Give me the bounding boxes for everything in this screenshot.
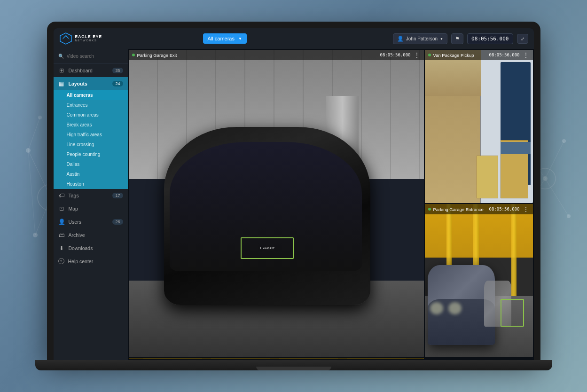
camera-feed-parking-exit[interactable]: B 4U0312T Parking Garage Exit 08:05:56.0…: [129, 50, 424, 357]
chevron-down-icon: ▼: [238, 37, 242, 41]
camera-feed-garage-entrance[interactable]: Parking Garage Entrance 08:05:56.000 ⋮: [425, 204, 533, 357]
screen: EAGLE EYE NETWORKS All cameras ▼: [54, 28, 534, 360]
search-icon: 🔍: [58, 54, 64, 59]
user-menu-button[interactable]: 👤 John Patterson ▼: [393, 33, 447, 44]
layout-child-people-counting[interactable]: People counting: [54, 149, 128, 159]
search-input[interactable]: [67, 54, 126, 59]
layout-child-houston[interactable]: Houston: [54, 179, 128, 189]
laptop-base: [35, 360, 552, 370]
camera-header-van: Van Package Pickup 08:05:56.000 ⋮: [425, 50, 533, 60]
camera-time-garage: 08:05:56.000: [489, 207, 519, 212]
layout-children: All cameras Entrances Common areas: [54, 90, 128, 189]
sidebar-item-downloads[interactable]: ⬇ Downloads: [54, 242, 128, 255]
camera-menu-van[interactable]: ⋮: [522, 52, 530, 58]
sidebar-item-tags[interactable]: 🏷 Tags 17: [54, 189, 128, 202]
camera-header-docks: Truck Loading Docks 08:05:56.000 ⋮: [129, 358, 424, 359]
sidebar-item-help[interactable]: ? Help center: [54, 255, 128, 267]
search-bar[interactable]: 🔍: [54, 49, 128, 64]
sidebar-label-users: Users: [69, 219, 81, 225]
flag-button[interactable]: ⚑: [451, 33, 463, 44]
status-dot: [428, 54, 431, 56]
expand-icon: ⤢: [521, 36, 524, 41]
camera-menu-garage[interactable]: ⋮: [522, 206, 530, 212]
camera-header-garage: Parking Garage Entrance 08:05:56.000 ⋮: [425, 204, 533, 214]
sidebar-item-archive[interactable]: 🗃 Archive: [54, 228, 128, 242]
layout-child-dallas[interactable]: Dallas: [54, 159, 128, 169]
layout-child-entrances[interactable]: Entrances: [54, 100, 128, 110]
layout-child-austin[interactable]: Austin: [54, 169, 128, 179]
camera-name-van: Van Package Pickup: [433, 53, 487, 58]
svg-point-15: [562, 139, 566, 143]
help-icon: ?: [58, 258, 64, 264]
camera-feed-docks[interactable]: Truck Loading Docks 08:05:56.000 ⋮: [129, 358, 424, 359]
camera-time-parking-exit: 08:05:56.000: [380, 53, 410, 57]
time-display: 08:05:56.000: [467, 33, 513, 44]
sidebar-label-help: Help center: [68, 259, 94, 264]
svg-point-2: [26, 148, 31, 153]
layouts-badge: 24: [112, 81, 123, 86]
laptop-shell: EAGLE EYE NETWORKS All cameras ▼: [47, 22, 540, 360]
dashboard-badge: 35: [112, 68, 123, 73]
archive-icon: 🗃: [58, 232, 65, 238]
sidebar-label-map: Map: [69, 206, 78, 212]
user-icon: 👤: [397, 36, 404, 42]
camera-grid: B 4U0312T Parking Garage Exit 08:05:56.0…: [128, 49, 534, 360]
camera-header-parking-exit: Parking Garage Exit 08:05:56.000 ⋮: [129, 50, 424, 60]
brand-sub: NETWORKS: [75, 39, 102, 42]
camera-feed-sorting[interactable]: Package Sorting 08:05:56.000 ⋮: [425, 358, 533, 359]
user-chevron-icon: ▼: [440, 37, 443, 40]
svg-point-16: [567, 214, 571, 218]
logo-text: EAGLE EYE NETWORKS: [75, 35, 102, 42]
camera-name-garage: Parking Garage Entrance: [433, 207, 487, 212]
brand-name: EAGLE EYE: [75, 35, 102, 39]
logo-icon: [59, 32, 72, 45]
sidebar-label-dashboard: Dashboard: [69, 68, 93, 73]
camera-name-parking-exit: Parking Garage Exit: [137, 53, 378, 58]
layout-child-line-crossing[interactable]: Line crossing: [54, 140, 128, 149]
app-header: EAGLE EYE NETWORKS All cameras ▼: [54, 28, 534, 49]
layout-child-high-traffic[interactable]: High traffic areas: [54, 130, 128, 140]
main-content: 🔍 ⊞ Dashboard 35: [54, 49, 534, 360]
flag-icon: ⚑: [455, 36, 460, 42]
users-icon: 👤: [58, 219, 65, 225]
layout-child-all-cameras[interactable]: All cameras: [54, 90, 128, 100]
sidebar-item-users[interactable]: 👤 Users 26: [54, 215, 128, 228]
camera-feed-van-pickup[interactable]: Van Package Pickup 08:05:56.000 ⋮: [425, 50, 533, 203]
sidebar-label-archive: Archive: [69, 232, 85, 238]
layout-child-common-areas[interactable]: Common areas: [54, 110, 128, 120]
sidebar-item-map[interactable]: ⊡ Map: [54, 202, 128, 215]
layouts-icon: ▦: [58, 80, 65, 87]
camera-feed-warehouse-area: Warehouse 08:05:56.000 ⋮: [425, 358, 533, 359]
sidebar-label-layouts: Layouts: [69, 81, 87, 86]
sidebar-item-layouts[interactable]: ▦ Layouts 24: [54, 77, 128, 90]
camera-selector-label: All cameras: [208, 36, 235, 41]
downloads-icon: ⬇: [58, 245, 65, 251]
sidebar-item-dashboard[interactable]: ⊞ Dashboard 35: [54, 64, 128, 77]
tags-icon: 🏷: [58, 192, 65, 199]
header-right: 👤 John Patterson ▼ ⚑ 08:05:56.000 ⤢: [393, 33, 528, 44]
sidebar-label-tags: Tags: [69, 193, 79, 198]
status-dot: [428, 208, 431, 211]
camera-selector[interactable]: All cameras ▼: [203, 33, 247, 44]
svg-line-12: [28, 150, 35, 235]
users-badge: 26: [112, 219, 123, 225]
expand-button[interactable]: ⤢: [517, 34, 528, 44]
camera-time-van: 08:05:56.000: [489, 53, 519, 57]
sidebar: 🔍 ⊞ Dashboard 35: [54, 49, 128, 360]
logo: EAGLE EYE NETWORKS: [59, 32, 129, 45]
camera-menu-parking-exit[interactable]: ⋮: [413, 52, 421, 58]
tags-badge: 17: [112, 193, 123, 198]
sidebar-label-downloads: Downloads: [69, 245, 93, 251]
dashboard-icon: ⊞: [58, 67, 65, 74]
app-container: EAGLE EYE NETWORKS All cameras ▼: [54, 28, 534, 360]
status-dot: [132, 54, 135, 56]
user-name: John Patterson: [406, 36, 438, 41]
layout-child-break-areas[interactable]: Break areas: [54, 120, 128, 130]
map-icon: ⊡: [58, 205, 65, 212]
